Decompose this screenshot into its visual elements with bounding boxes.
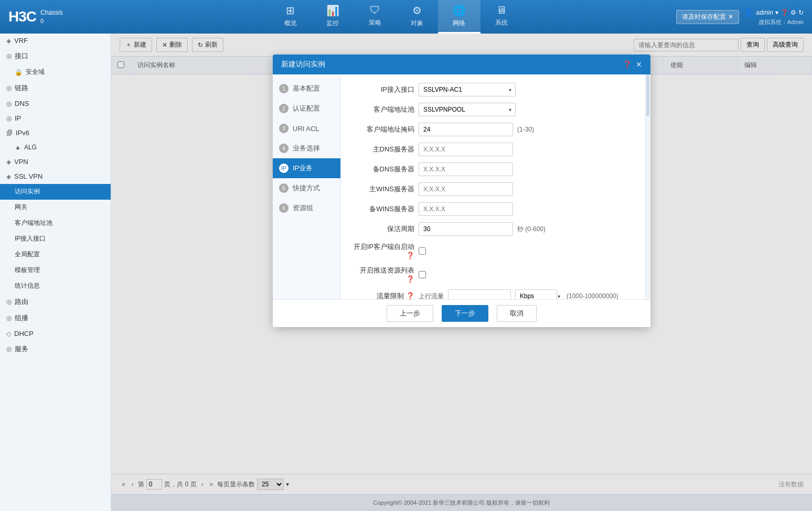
sidebar-item-vpn[interactable]: ◈ VPN	[0, 155, 111, 169]
dhcp-icon: ◇	[6, 330, 11, 338]
nav-system[interactable]: 🖥 系统	[480, 0, 522, 34]
save-config-btn[interactable]: 请及时保存配置 ✕	[676, 10, 739, 24]
keepalive-input[interactable]	[419, 222, 513, 236]
upstream-input[interactable]	[448, 289, 511, 299]
ip-iface-label: IP接入接口	[351, 85, 414, 94]
client-pool-label: 客户端地址池	[351, 105, 414, 114]
nav-monitor[interactable]: 📊 监控	[312, 0, 354, 34]
sidebar-item-global-config[interactable]: 全局配置	[0, 247, 111, 263]
ipv6-icon: 🗐	[6, 129, 13, 137]
nav-overview[interactable]: ⊞ 概览	[270, 0, 312, 34]
refresh-icon[interactable]: ↻	[798, 9, 804, 16]
primary-wins-input[interactable]	[419, 182, 513, 196]
sidebar-item-ip-access[interactable]: IP接入接口	[0, 231, 111, 247]
step-auth-config[interactable]: 2 认证配置	[273, 99, 340, 118]
client-pool-select[interactable]: SSLVPNPOOL	[419, 103, 516, 116]
client-mask-input[interactable]	[419, 123, 513, 136]
interface-icon: ◎	[6, 52, 12, 60]
primary-dns-input[interactable]	[419, 143, 513, 156]
sidebar-item-service[interactable]: ◎ 服务	[0, 341, 111, 357]
upstream-unit-select[interactable]: Kbps Mbps	[515, 289, 557, 299]
sidebar-item-dhcp[interactable]: ◇ DHCP	[0, 327, 111, 341]
step-basic-config[interactable]: 1 基本配置	[273, 79, 340, 99]
step-shortcut[interactable]: 5 快捷方式	[273, 178, 340, 198]
save-close-icon[interactable]: ✕	[728, 13, 733, 20]
prev-step-btn[interactable]: 上一步	[387, 305, 433, 322]
step5-num: 5	[279, 183, 289, 193]
step-resource-group[interactable]: 6 资源组	[273, 198, 340, 218]
sidebar-label-interface: 接口	[15, 51, 28, 61]
step-uri-acl[interactable]: 3 URI ACL	[273, 118, 340, 138]
ip-iface-select[interactable]: SSLVPN-AC1	[419, 83, 516, 96]
auto-start-help-icon[interactable]: ❓	[406, 252, 414, 259]
sidebar-item-vrf[interactable]: ◈ VRF	[0, 34, 111, 48]
system-icon: 🖥	[496, 4, 507, 16]
push-resource-label: 开启推送资源列表 ❓	[351, 266, 414, 283]
sidebar-item-interface[interactable]: ◎ 接口	[0, 48, 111, 64]
sidebar-item-sslvpn[interactable]: ◈ SSL VPN	[0, 169, 111, 184]
settings-icon[interactable]: ⚙	[790, 9, 796, 16]
step1-label: 基本配置	[293, 84, 320, 93]
next-step-btn[interactable]: 下一步	[442, 305, 488, 322]
modal-footer: 上一步 下一步 取消	[273, 299, 650, 327]
sidebar-item-gateway[interactable]: 网关	[0, 200, 111, 215]
scroll-thumb[interactable]	[646, 74, 649, 116]
sidebar-item-ip[interactable]: ◎ IP	[0, 111, 111, 126]
monitor-icon: 📊	[326, 4, 339, 17]
client-pool-select-wrap: SSLVPNPOOL ▾	[419, 103, 516, 116]
modal-help-btn[interactable]: ❓	[623, 60, 632, 69]
primary-wins-label: 主WINS服务器	[351, 184, 414, 194]
sidebar-item-alg[interactable]: ▲ ALG	[0, 140, 111, 155]
modal-content: IP接入接口 SSLVPN-AC1 ▾ 客户端地址池 SSLVPNPOOL	[341, 74, 645, 299]
sidebar-label-sslvpn: SSL VPN	[14, 172, 42, 180]
step6-label: 资源组	[293, 203, 313, 213]
sidebar-item-security-zone[interactable]: 🔒 安全域	[0, 64, 111, 80]
ip-iface-select-wrap: SSLVPN-AC1 ▾	[419, 83, 516, 96]
sidebar-item-multicast[interactable]: ◎ 组播	[0, 310, 111, 327]
admin-area[interactable]: 👤 admin ▾ ❓ ⚙ ↻	[743, 7, 804, 17]
nav-bar: ⊞ 概览 📊 监控 🛡 策略 ⚙ 对象 🌐 网络 🖥 系统	[115, 0, 676, 34]
help-icon[interactable]: ❓	[781, 9, 788, 16]
upstream-unit-wrap: Kbps Mbps ▾	[515, 289, 562, 299]
push-resource-checkbox[interactable]	[419, 271, 426, 278]
bandwidth-help-icon[interactable]: ❓	[406, 292, 414, 299]
step3-label: URI ACL	[293, 125, 319, 133]
scroll-track	[645, 74, 650, 299]
sidebar-label-ipv6: IPv6	[16, 129, 29, 137]
sidebar-item-access-instance[interactable]: 访问实例	[0, 184, 111, 200]
form-row-primary-dns: 主DNS服务器	[351, 143, 635, 156]
cancel-btn[interactable]: 取消	[497, 305, 537, 322]
nav-object[interactable]: ⚙ 对象	[396, 0, 438, 34]
sidebar: ◈ VRF ◎ 接口 🔒 安全域 ◎ 链路 ◎ DNS ◎ IP 🗐 IPv6 …	[0, 34, 111, 511]
push-resource-checkbox-group	[419, 271, 426, 278]
sidebar-item-client-pool[interactable]: 客户端地址池	[0, 215, 111, 231]
step-ip-service[interactable]: IP IP业务	[273, 158, 340, 178]
nav-policy[interactable]: 🛡 策略	[354, 0, 396, 34]
admin-icon: 👤	[743, 7, 754, 17]
client-mask-label: 客户端地址掩码	[351, 125, 414, 134]
modal-close-btn[interactable]: ✕	[636, 60, 642, 69]
sidebar-label-statistics: 统计信息	[15, 281, 40, 290]
sidebar-item-statistics[interactable]: 统计信息	[0, 278, 111, 294]
push-resource-help-icon[interactable]: ❓	[406, 275, 414, 283]
sidebar-label-ip-access: IP接入接口	[15, 234, 46, 243]
auto-start-checkbox[interactable]	[419, 247, 426, 255]
chassis-num: 0	[40, 17, 63, 25]
sidebar-item-template-mgmt[interactable]: 模板管理	[0, 263, 111, 278]
nav-network[interactable]: 🌐 网络	[438, 0, 480, 34]
form-row-backup-wins: 备WINS服务器	[351, 202, 635, 216]
security-zone-icon: 🔒	[15, 69, 23, 76]
sidebar-item-link[interactable]: ◎ 链路	[0, 80, 111, 96]
backup-dns-input[interactable]	[419, 162, 513, 176]
nav-system-label: 系统	[495, 18, 508, 27]
backup-wins-input[interactable]	[419, 202, 513, 216]
form-row-backup-dns: 备DNS服务器	[351, 162, 635, 176]
step-biz-select[interactable]: 4 业务选择	[273, 138, 340, 158]
sidebar-item-routing[interactable]: ◎ 路由	[0, 294, 111, 310]
chassis-info: Chassis 0	[40, 9, 63, 25]
network-icon: 🌐	[453, 4, 466, 17]
routing-icon: ◎	[6, 298, 12, 306]
sidebar-item-dns[interactable]: ◎ DNS	[0, 96, 111, 111]
sidebar-item-ipv6[interactable]: 🗐 IPv6	[0, 126, 111, 140]
top-bar: H3C Chassis 0 ⊞ 概览 📊 监控 🛡 策略 ⚙ 对象 🌐 网络 🖥	[0, 0, 812, 34]
